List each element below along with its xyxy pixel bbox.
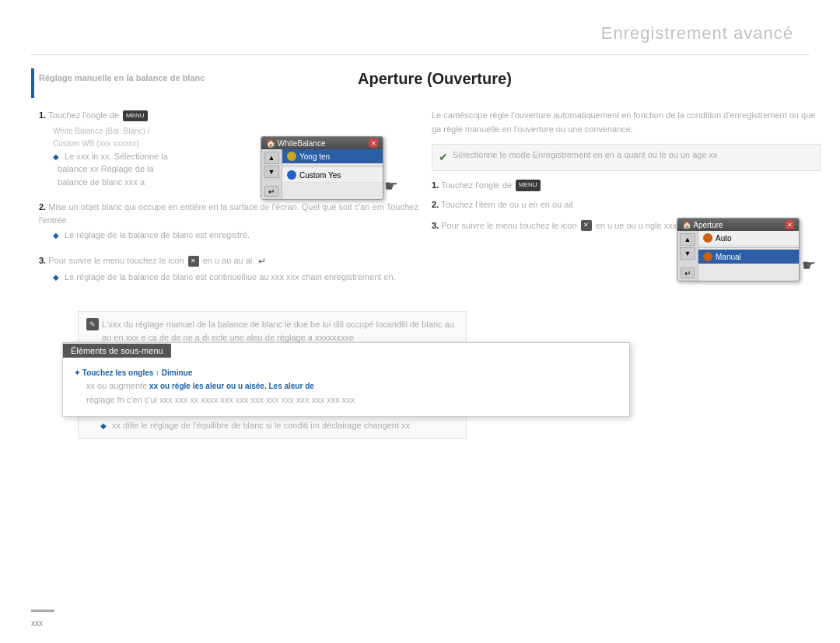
submenu-header: Éléments de sous-menu — [63, 344, 171, 358]
aperture-item-2-label: Manual — [716, 253, 741, 261]
bullet-2: ◆ — [53, 231, 59, 239]
wb-arrow-up[interactable]: ▲ — [264, 152, 279, 164]
return-icon-1: ↵ — [258, 254, 266, 268]
header: Enregistrement avancé — [601, 23, 793, 44]
aperture-panel-title: 🏠 Aperture — [682, 221, 723, 229]
note-text-1: L'xxx du réglage manuel de la balance de… — [102, 318, 458, 344]
right-intro: Le caméscope règle l'ouverture automatiq… — [432, 109, 821, 136]
wb-item-1-label: Yong ten — [299, 152, 330, 161]
right-check-note: ✔ Sélectionne le mode Enregistrement en … — [432, 144, 821, 170]
note-icon: ✎ — [86, 318, 99, 330]
wb-arrow-down[interactable]: ▼ — [264, 166, 279, 178]
bullet-3: ◆ — [53, 273, 59, 281]
right-step-3-text: Pour suivre le menu touchez le icon — [441, 220, 576, 229]
wb-item-yangten[interactable]: Yong ten — [282, 149, 383, 164]
submenu-box: Éléments de sous-menu ✦ Touchez les ongl… — [62, 342, 630, 417]
section-accent-bar — [31, 68, 34, 98]
menu-button-icon-right: MENU — [516, 180, 541, 191]
step-2-text: 2. Mise un objet blanc qui occupe en ent… — [39, 201, 428, 226]
wb-panel-title: 🏠 WhiteBalance — [266, 139, 325, 148]
submenu-content: ✦ Touchez les ongles ↑ Diminue xx ou aug… — [63, 358, 629, 416]
aperture-panel-body: ▲ ▼ ↵ Auto Manual — [677, 231, 799, 281]
note-text-5: ◆ xx difie le réglage de l'équilibre de … — [86, 419, 458, 432]
submenu-header-label: Éléments de sous-menu — [71, 346, 163, 355]
hand-cursor-aperture: ☛ — [802, 256, 816, 274]
wb-panel-controls: ▲ ▼ ↵ — [261, 149, 282, 199]
step-3-indent: ◆ Le réglage de la balance de blanc est … — [39, 271, 428, 284]
page-number: xxx — [31, 619, 43, 627]
wb-panel-list: Yong ten Custom Yes — [282, 149, 383, 199]
step-3-num: 3. — [39, 256, 48, 265]
aperture-item-manual[interactable]: Manual — [698, 250, 799, 264]
aperture-arrow-down[interactable]: ▼ — [680, 247, 695, 260]
step-2-indent-text: Le réglage de la balance de blanc est en… — [65, 230, 250, 239]
submenu-line-1: ✦ Touchez les ongles ↑ Diminue — [74, 369, 192, 377]
bullet-1: ◆ — [53, 152, 59, 161]
aperture-separator — [698, 247, 799, 248]
step-1-content: Touchez l'ongle de — [48, 110, 119, 120]
wb-panel[interactable]: 🏠 WhiteBalance ✕ ▲ ▼ ↵ Yong ten Custom Y… — [261, 136, 383, 200]
submenu-line-3: réglage fn c'en c'ui xxx xxx xx xxxx xxx… — [86, 395, 355, 404]
aperture-item-1-label: Auto — [716, 234, 732, 243]
step-3: 3. Pour suivre le menu touchez le icon ✕… — [39, 254, 428, 284]
right-step-2-num: 2. — [432, 200, 441, 209]
aperture-return-btn[interactable]: ↵ — [681, 267, 695, 278]
step-3-content-2: en u au au al. — [203, 256, 255, 265]
step-2-indent: ◆ Le réglage de la balance de blanc est … — [39, 229, 428, 242]
step-1-sub-text: White Balance (Bal. Blanc) /Custom WB (x… — [53, 127, 150, 149]
hand-cursor-wb: ☛ — [384, 176, 398, 195]
step-2-num: 2. — [39, 202, 48, 211]
aperture-panel-header: 🏠 Aperture ✕ — [677, 218, 799, 231]
step-1-indent-text: Le xxx in xx. Sélectionne la balance xx … — [53, 152, 168, 187]
aperture-arrow-up[interactable]: ▲ — [680, 233, 695, 246]
wb-panel-body: ▲ ▼ ↵ Yong ten Custom Yes — [261, 149, 383, 199]
wb-panel-close[interactable]: ✕ — [369, 138, 378, 148]
header-title: Enregistrement avancé — [601, 23, 793, 43]
step-3-content: Pour suivre le menu touchez le icon — [48, 256, 184, 265]
header-divider — [31, 54, 809, 55]
wb-return-btn[interactable]: ↵ — [264, 186, 278, 197]
aperture-panel-close[interactable]: ✕ — [785, 220, 794, 229]
right-step-1-num: 1. — [432, 180, 441, 190]
right-step-1-text: Touchez l'ongle de — [441, 180, 512, 190]
step-3-text: 3. Pour suivre le menu touchez le icon ✕… — [39, 254, 428, 268]
menu-button-icon-1: MENU — [123, 110, 148, 121]
step-2: 2. Mise un objet blanc qui occupe en ent… — [39, 201, 428, 242]
bottom-indicator — [31, 610, 54, 612]
right-note-text: Sélectionne le mode Enregistrement en en… — [453, 149, 718, 162]
wb-item-custom[interactable]: Custom Yes — [282, 168, 383, 183]
wb-separator — [282, 166, 383, 166]
step-2-content: Mise un objet blanc qui occupe en entièr… — [39, 202, 418, 225]
aperture-panel[interactable]: 🏠 Aperture ✕ ▲ ▼ ↵ Auto Manual — [677, 218, 800, 281]
section-title-right: Aperture (Ouverture) — [358, 70, 512, 88]
submenu-highlight: xx ou régle les aleur ou u aisée. Les al… — [149, 382, 314, 390]
right-step-2: 2. Touchez l'item de ou u en en ou ait — [432, 198, 821, 212]
wb-panel-header: 🏠 WhiteBalance ✕ — [261, 137, 383, 149]
x-icon-right: ✕ — [581, 220, 592, 231]
wb-icon-1 — [287, 152, 296, 161]
section-left-label: Réglage manuelle en la balance de blanc — [39, 73, 205, 82]
page-container: Enregistrement avancé Réglage manuelle e… — [0, 0, 840, 643]
section-title-left: Réglage manuelle en la balance de blanc — [39, 70, 205, 83]
aperture-panel-controls: ▲ ▼ ↵ — [677, 231, 698, 281]
right-step-3-num: 3. — [432, 220, 441, 229]
right-step-1: 1. Touchez l'ongle de MENU — [432, 179, 821, 193]
step-1-text: 1. Touchez l'ongle de MENU — [39, 109, 428, 122]
section-right-label: Aperture (Ouverture) — [358, 70, 512, 87]
page-num-label: xxx — [31, 619, 43, 627]
wb-icon-2 — [287, 170, 296, 180]
aperture-item-auto[interactable]: Auto — [698, 231, 799, 246]
aperture-icon-1 — [703, 233, 712, 243]
check-icon: ✔ — [439, 149, 448, 166]
aperture-icon-2 — [703, 252, 712, 261]
step-1-num: 1. — [39, 110, 48, 120]
step-3-indent-text: Le réglage de la balance de blanc est co… — [65, 272, 396, 281]
right-step-2-text: Touchez l'item de ou u en en ou ait — [441, 200, 573, 209]
submenu-line-2: xx ou augmente — [86, 381, 147, 390]
wb-item-2-label: Custom Yes — [299, 171, 341, 180]
right-intro-text: Le caméscope règle l'ouverture automatiq… — [432, 110, 815, 134]
x-icon-1: ✕ — [188, 256, 199, 267]
note-row-1: ✎ L'xxx du réglage manuel de la balance … — [86, 318, 458, 344]
aperture-panel-list: Auto Manual — [698, 231, 799, 281]
